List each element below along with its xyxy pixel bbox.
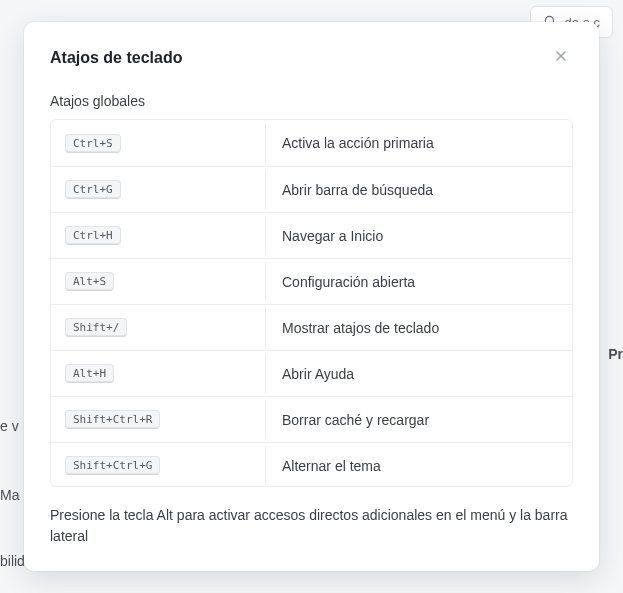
- dialog-title: Atajos de teclado: [50, 49, 182, 67]
- shortcut-row: Shift+Ctrl+G Alternar el tema: [51, 442, 572, 487]
- keyboard-shortcuts-dialog: Atajos de teclado Atajos globales Ctrl+S…: [24, 22, 599, 571]
- shortcut-desc: Activa la acción primaria: [266, 125, 572, 161]
- shortcut-key-cell: Ctrl+S: [51, 124, 266, 163]
- dialog-footnote: Presione la tecla Alt para activar acces…: [50, 505, 573, 547]
- shortcut-key-cell: Ctrl+G: [51, 170, 266, 209]
- shortcut-row: Ctrl+S Activa la acción primaria: [51, 120, 572, 166]
- background-hint: e v: [0, 418, 19, 434]
- shortcut-key-cell: Shift+Ctrl+R: [51, 400, 266, 439]
- shortcut-row: Ctrl+G Abrir barra de búsqueda: [51, 166, 572, 212]
- key-label: Ctrl+G: [65, 180, 121, 199]
- shortcut-key-cell: Ctrl+H: [51, 216, 266, 255]
- key-label: Ctrl+S: [65, 134, 121, 153]
- shortcut-row: Shift+Ctrl+R Borrar caché y recargar: [51, 396, 572, 442]
- key-label: Shift+/: [65, 318, 127, 337]
- shortcut-key-cell: Shift+Ctrl+G: [51, 446, 266, 485]
- background-hint: Pr: [608, 346, 623, 362]
- shortcut-key-cell: Alt+S: [51, 262, 266, 301]
- shortcut-desc: Borrar caché y recargar: [266, 402, 572, 438]
- key-label: Shift+Ctrl+G: [65, 456, 160, 475]
- key-label: Alt+S: [65, 272, 114, 291]
- shortcut-row: Alt+H Abrir Ayuda: [51, 350, 572, 396]
- background-hint: bilid: [0, 553, 25, 569]
- close-icon: [553, 48, 569, 67]
- shortcut-desc: Configuración abierta: [266, 264, 572, 300]
- shortcut-desc: Alternar el tema: [266, 448, 572, 484]
- shortcut-desc: Navegar a Inicio: [266, 218, 572, 254]
- section-title: Atajos globales: [50, 93, 573, 109]
- shortcut-row: Shift+/ Mostrar atajos de teclado: [51, 304, 572, 350]
- key-label: Alt+H: [65, 364, 114, 383]
- key-label: Shift+Ctrl+R: [65, 410, 160, 429]
- shortcut-row: Ctrl+H Navegar a Inicio: [51, 212, 572, 258]
- shortcut-key-cell: Alt+H: [51, 354, 266, 393]
- shortcut-row: Alt+S Configuración abierta: [51, 258, 572, 304]
- shortcut-desc: Mostrar atajos de teclado: [266, 310, 572, 346]
- shortcuts-table: Ctrl+S Activa la acción primaria Ctrl+G …: [50, 119, 573, 487]
- close-button[interactable]: [549, 44, 573, 71]
- shortcut-key-cell: Shift+/: [51, 308, 266, 347]
- key-label: Ctrl+H: [65, 226, 121, 245]
- shortcut-desc: Abrir Ayuda: [266, 356, 572, 392]
- shortcut-desc: Abrir barra de búsqueda: [266, 172, 572, 208]
- dialog-header: Atajos de teclado: [50, 44, 573, 71]
- background-hint: Ma: [0, 487, 19, 503]
